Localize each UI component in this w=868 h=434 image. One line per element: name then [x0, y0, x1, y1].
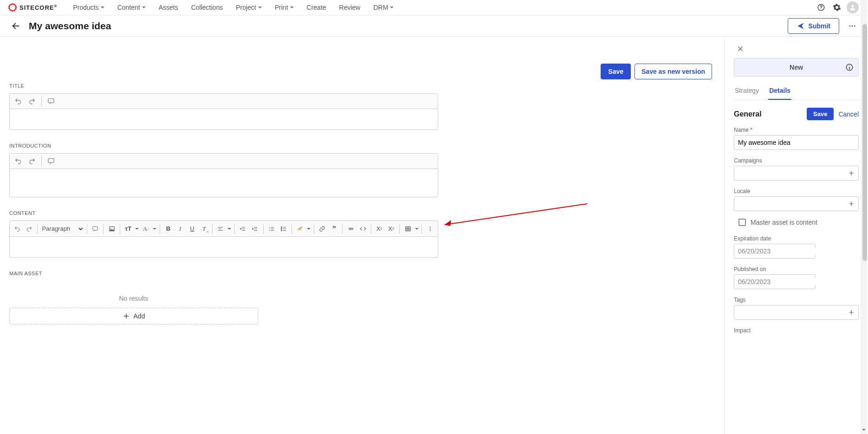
indent-icon[interactable]	[249, 223, 261, 235]
svg-point-14	[281, 227, 282, 227]
svg-point-18	[430, 226, 431, 227]
chevron-down-icon	[290, 6, 294, 8]
comment-icon[interactable]	[45, 95, 58, 108]
nav-content[interactable]: Content	[112, 1, 151, 14]
nav-print[interactable]: Print	[269, 1, 299, 14]
top-nav: SITECORE® Products Content Assets Collec…	[0, 0, 868, 15]
undo-icon[interactable]	[12, 155, 25, 168]
font-family-icon[interactable]: A↓	[140, 223, 152, 235]
comment-icon[interactable]	[45, 155, 58, 168]
hr-icon[interactable]	[345, 223, 356, 235]
underline-icon[interactable]: U	[187, 223, 198, 235]
close-panel-button[interactable]	[734, 42, 747, 55]
bullet-list-icon[interactable]	[278, 223, 289, 235]
gear-icon[interactable]	[830, 0, 844, 14]
bold-icon[interactable]: B	[162, 223, 174, 235]
brand-text: SITECORE®	[19, 4, 57, 11]
nav-assets[interactable]: Assets	[153, 1, 184, 14]
redo-icon[interactable]	[26, 155, 39, 168]
page-header: My awesome idea Submit	[0, 15, 868, 37]
svg-point-2	[851, 5, 854, 7]
submit-button[interactable]: Submit	[788, 18, 839, 34]
add-asset-button[interactable]: Add	[9, 308, 258, 324]
align-icon[interactable]	[215, 223, 227, 235]
chevron-down-icon[interactable]	[135, 223, 140, 235]
content-input-area[interactable]	[10, 237, 438, 257]
scroll-down-icon[interactable]	[861, 427, 867, 433]
expiration-date-input[interactable]	[734, 244, 816, 259]
avatar[interactable]	[846, 0, 860, 14]
ordered-list-icon[interactable]: 123	[266, 223, 278, 235]
details-panel: New Strategy Details General Save Cancel…	[724, 37, 868, 434]
svg-point-10	[110, 227, 111, 228]
undo-icon[interactable]	[12, 95, 25, 108]
tags-label: Tags	[734, 297, 859, 303]
help-icon[interactable]	[814, 0, 828, 14]
tab-details[interactable]: Details	[768, 83, 791, 100]
page-title: My awesome idea	[29, 20, 111, 32]
plus-icon	[123, 312, 130, 320]
svg-point-5	[854, 25, 855, 26]
more-vert-icon[interactable]	[424, 223, 436, 235]
redo-icon[interactable]	[26, 95, 39, 108]
content-editor[interactable]: Paragraph τT A↓ B I U T×	[9, 220, 438, 258]
chevron-down-icon[interactable]	[414, 223, 419, 235]
svg-point-1	[821, 9, 821, 9]
published-label: Published on	[734, 266, 859, 272]
save-as-version-button[interactable]: Save as new version	[635, 64, 712, 79]
title-input-area[interactable]	[10, 109, 438, 130]
code-icon[interactable]	[357, 223, 369, 235]
nav-review[interactable]: Review	[334, 1, 366, 14]
nav-drm[interactable]: DRM	[368, 1, 399, 14]
svg-point-20	[430, 230, 431, 231]
panel-save-button[interactable]: Save	[807, 108, 834, 120]
svg-rect-6	[48, 99, 54, 103]
scrollbar-thumb[interactable]	[862, 24, 867, 261]
more-button[interactable]	[845, 19, 860, 33]
font-size-icon[interactable]: τT	[123, 223, 134, 235]
chevron-down-icon[interactable]	[306, 223, 311, 235]
nav-products[interactable]: Products	[67, 1, 110, 14]
table-icon[interactable]	[402, 223, 414, 235]
image-icon[interactable]	[106, 223, 117, 235]
plus-icon	[848, 309, 855, 316]
master-asset-checkbox[interactable]	[738, 219, 746, 226]
paragraph-style-select[interactable]: Paragraph	[40, 223, 84, 235]
clear-format-icon[interactable]: T×	[198, 223, 210, 235]
status-banner: New	[734, 58, 859, 77]
main-content: Save Save as new version TITLE	[0, 37, 724, 434]
name-input[interactable]	[734, 135, 859, 150]
info-icon[interactable]	[845, 63, 854, 71]
save-button[interactable]: Save	[601, 64, 631, 79]
italic-icon[interactable]: I	[175, 223, 186, 235]
expiration-label: Expiration date	[734, 235, 859, 242]
link-icon[interactable]	[317, 223, 328, 235]
outdent-icon[interactable]	[237, 223, 249, 235]
nav-create[interactable]: Create	[301, 1, 332, 14]
published-date-input[interactable]	[734, 274, 816, 289]
undo-icon[interactable]	[12, 223, 23, 235]
title-field-label: TITLE	[9, 83, 438, 89]
comment-icon[interactable]	[89, 223, 101, 235]
intro-editor[interactable]	[9, 153, 438, 197]
quote-icon[interactable]: ”	[329, 223, 340, 235]
intro-input-area[interactable]	[10, 169, 438, 197]
subscript-icon[interactable]: X2	[374, 223, 385, 235]
panel-cancel-link[interactable]: Cancel	[838, 110, 859, 118]
title-editor[interactable]	[9, 93, 438, 130]
tab-strategy[interactable]: Strategy	[734, 83, 760, 100]
nav-collections[interactable]: Collections	[186, 1, 228, 14]
plus-icon	[848, 170, 855, 176]
locale-add[interactable]	[734, 196, 859, 211]
nav-project[interactable]: Project	[230, 1, 267, 14]
chevron-down-icon[interactable]	[152, 223, 157, 235]
campaigns-add[interactable]	[734, 166, 859, 181]
highlight-icon[interactable]	[294, 223, 306, 235]
back-button[interactable]	[8, 19, 23, 33]
intro-field-label: INTRODUCTION	[9, 143, 438, 149]
chevron-down-icon[interactable]	[227, 223, 232, 235]
panel-tabs: Strategy Details	[734, 83, 859, 100]
tags-add[interactable]	[734, 305, 859, 320]
superscript-icon[interactable]: X2	[386, 223, 397, 235]
redo-icon[interactable]	[24, 223, 35, 235]
